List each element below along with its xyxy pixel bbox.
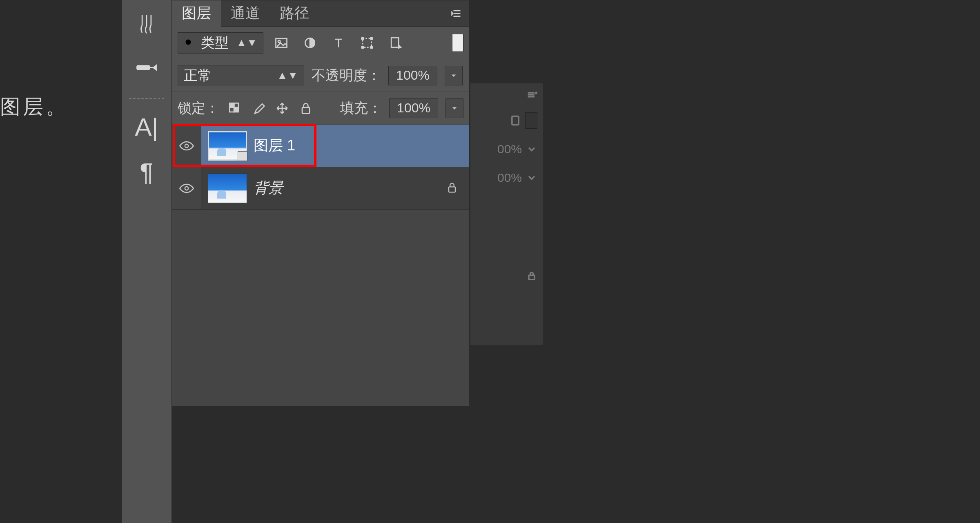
tab-paths[interactable]: 路径 [270, 0, 319, 27]
panel-menu-icon[interactable] [445, 0, 469, 27]
fill-stepper[interactable] [445, 98, 463, 118]
svg-point-8 [362, 37, 364, 39]
fill-value[interactable]: 100% [389, 98, 438, 118]
paragraph-panel-icon[interactable]: ¶ [122, 151, 172, 192]
tab-layers[interactable]: 图层 [172, 0, 221, 27]
layers-panel: 图层 通道 路径 类型 ▲▼ 正常 ▲▼ [172, 0, 470, 406]
filter-smart-icon[interactable] [388, 35, 404, 51]
layer-name[interactable]: 图层 1 [254, 136, 295, 156]
layer-list-empty [172, 210, 469, 406]
svg-rect-20 [449, 187, 455, 192]
filter-shape-icon[interactable] [359, 35, 375, 51]
opacity-label: 不透明度： [312, 66, 381, 85]
blend-mode-dropdown[interactable]: 正常 ▲▼ [178, 65, 304, 86]
lock-move-icon[interactable] [274, 100, 290, 116]
layer-thumbnail[interactable] [208, 174, 247, 203]
layer-row[interactable]: 背景 [172, 167, 469, 210]
opacity-value[interactable]: 100% [388, 66, 437, 85]
visibility-toggle[interactable] [172, 125, 201, 167]
svg-point-3 [186, 39, 191, 45]
svg-rect-12 [391, 38, 399, 47]
panel-tabs: 图层 通道 路径 [172, 0, 469, 27]
svg-rect-0 [137, 66, 149, 69]
layer-name[interactable]: 背景 [254, 178, 283, 198]
brush-settings-icon[interactable] [122, 49, 172, 90]
svg-rect-16 [229, 107, 234, 112]
svg-rect-17 [302, 107, 310, 113]
svg-point-10 [362, 46, 364, 48]
brushes-icon[interactable] [122, 4, 172, 45]
tool-options-bar: A| ¶ [122, 0, 172, 523]
toolbar-separator [129, 98, 164, 99]
svg-point-9 [370, 37, 372, 39]
filter-type-t-icon[interactable] [330, 35, 347, 51]
character-panel-icon[interactable]: A| [122, 106, 172, 147]
filter-pixel-icon[interactable] [273, 35, 290, 51]
svg-rect-7 [363, 38, 372, 47]
svg-point-5 [278, 40, 280, 42]
lock-transparency-icon[interactable] [227, 100, 243, 116]
filter-adjust-icon[interactable] [302, 35, 318, 51]
layer-thumbnail[interactable] [208, 131, 247, 161]
blend-row: 正常 ▲▼ 不透明度： 100% [172, 59, 469, 92]
lock-label: 锁定： [178, 99, 219, 118]
lock-all-icon[interactable] [298, 100, 314, 116]
filter-type-label: 类型 [201, 34, 229, 52]
svg-rect-14 [234, 107, 238, 112]
ghost-fill: 00% [497, 171, 522, 185]
svg-rect-1 [512, 116, 519, 125]
chevron-updown-icon: ▲▼ [236, 36, 257, 49]
blend-mode-value: 正常 [184, 66, 212, 85]
tab-channels[interactable]: 通道 [221, 0, 270, 27]
svg-rect-2 [529, 275, 535, 280]
lock-paint-icon[interactable] [250, 100, 267, 116]
ghost-opacity: 00% [497, 142, 522, 156]
opacity-stepper[interactable] [445, 66, 463, 85]
background-panel-ghost: 00% 00% [470, 83, 543, 345]
svg-rect-15 [234, 103, 238, 107]
svg-point-19 [185, 186, 188, 190]
svg-point-18 [185, 144, 188, 147]
svg-point-11 [370, 46, 372, 48]
filter-type-dropdown[interactable]: 类型 ▲▼ [178, 32, 263, 54]
canvas-caption: 图层。 [0, 93, 69, 121]
fill-label: 填充： [340, 99, 382, 118]
layer-row[interactable]: 图层 1 [172, 125, 469, 167]
layer-list: 图层 1 背景 [172, 125, 469, 406]
lock-icon[interactable] [445, 181, 459, 196]
layer-filter-row: 类型 ▲▼ [172, 27, 469, 59]
svg-rect-13 [229, 103, 234, 107]
visibility-toggle[interactable] [172, 167, 201, 209]
chevron-updown-icon: ▲▼ [277, 69, 298, 82]
lock-row: 锁定： 填充： 100% [172, 92, 469, 125]
filter-toggle[interactable] [452, 34, 463, 52]
